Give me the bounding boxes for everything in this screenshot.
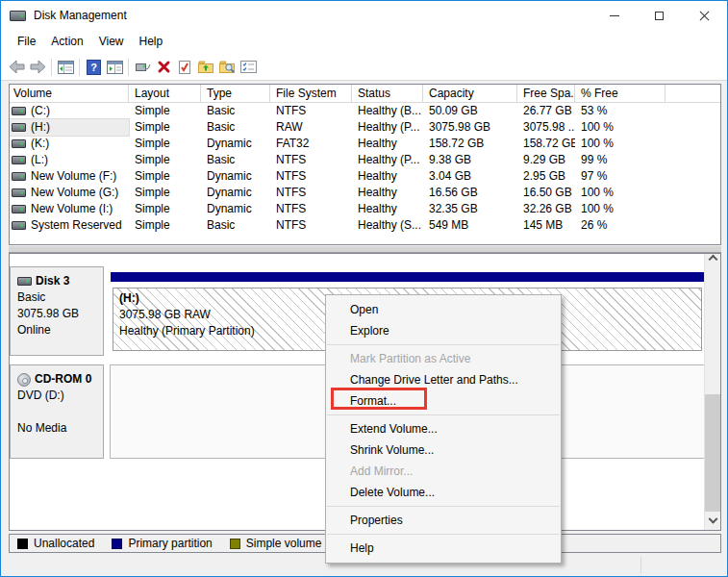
context-menu-item-properties[interactable]: Properties — [326, 510, 561, 531]
volume-type: Dynamic — [207, 169, 252, 183]
column-header-type[interactable]: Type — [201, 85, 270, 102]
volume-icon — [12, 188, 26, 197]
column-header-percent-free[interactable]: % Free — [575, 85, 665, 102]
menubar-item-help[interactable]: Help — [132, 30, 171, 54]
window-controls — [591, 1, 727, 30]
back-icon[interactable] — [6, 57, 27, 78]
delete-icon[interactable] — [153, 57, 174, 78]
column-header-volume[interactable]: Volume — [10, 85, 129, 102]
volume-percent-free: 100 % — [581, 120, 614, 134]
console-tree-icon[interactable] — [55, 57, 76, 78]
volume-status: Healthy — [358, 202, 397, 215]
volume-layout: Simple — [135, 202, 170, 215]
legend-item: Primary partition — [112, 537, 212, 550]
volume-name: New Volume (G:) — [31, 185, 118, 201]
volume-percent-free: 26 % — [581, 218, 607, 232]
volume-icon — [12, 221, 26, 230]
volume-free-space: 158.72 GB — [523, 137, 575, 150]
column-header-filler — [665, 85, 720, 102]
volume-filesystem: FAT32 — [276, 137, 309, 150]
volume-row[interactable]: New Volume (I:) Simple Dynamic NTFS Heal… — [10, 201, 720, 217]
disk3-status: Online — [17, 322, 103, 339]
check-document-icon[interactable] — [174, 57, 195, 78]
close-button[interactable] — [682, 1, 727, 30]
volume-row[interactable]: (C:) Simple Basic NTFS Healthy (B... 50.… — [10, 103, 720, 119]
volume-table-body: (C:) Simple Basic NTFS Healthy (B... 50.… — [10, 103, 720, 234]
volume-layout: Simple — [135, 104, 170, 117]
context-menu-item-explore[interactable]: Explore — [326, 320, 561, 341]
forward-icon[interactable] — [27, 57, 48, 78]
volume-list-pane: VolumeLayoutTypeFile SystemStatusCapacit… — [9, 84, 721, 245]
vertical-scrollbar[interactable] — [704, 254, 720, 530]
svg-text:?: ? — [90, 62, 97, 73]
scroll-up-button[interactable] — [705, 254, 720, 270]
volume-free-space: 145 MB — [523, 218, 563, 232]
menubar-item-action[interactable]: Action — [43, 30, 90, 54]
maximize-button[interactable] — [637, 1, 682, 30]
context-menu-item-open[interactable]: Open — [326, 299, 561, 320]
cdrom-drive: DVD (D:) — [17, 388, 103, 404]
volume-name: (K:) — [31, 136, 49, 152]
volume-free-space: 9.29 GB — [523, 153, 565, 166]
cd-icon — [17, 373, 31, 387]
column-header-layout[interactable]: Layout — [129, 85, 201, 102]
minimize-button[interactable] — [591, 1, 637, 30]
volume-layout: Simple — [135, 120, 170, 134]
scrollbar-thumb[interactable] — [705, 394, 720, 512]
toolbar: ? — [1, 54, 727, 81]
volume-capacity: 3.04 GB — [429, 169, 471, 183]
volume-name: (C:) — [31, 103, 50, 119]
volume-filesystem: NTFS — [276, 218, 306, 232]
menubar-item-file[interactable]: File — [10, 30, 43, 54]
legend-swatch — [112, 539, 122, 549]
folder-search-icon[interactable] — [216, 57, 238, 78]
volume-type: Basic — [207, 120, 235, 134]
column-header-free-space[interactable]: Free Spa... — [517, 85, 575, 102]
legend-label: Simple volume — [246, 537, 322, 550]
volume-row[interactable]: New Volume (G:) Simple Dynamic NTFS Heal… — [10, 185, 720, 201]
action-pane-icon[interactable] — [104, 57, 125, 78]
volume-filesystem: NTFS — [276, 169, 306, 183]
context-menu-item-delete-volume[interactable]: Delete Volume... — [326, 482, 561, 503]
column-header-file-system[interactable]: File System — [270, 85, 352, 102]
context-menu-item-help[interactable]: Help — [326, 538, 561, 559]
volume-status: Healthy (B... — [358, 104, 421, 117]
scroll-down-button[interactable] — [705, 514, 720, 530]
cdrom-label-panel[interactable]: CD-ROM 0 DVD (D:) No Media — [10, 364, 104, 459]
disk3-label-panel[interactable]: Disk 3 Basic 3075.98 GB Online — [10, 266, 104, 356]
volume-status: Healthy (P... — [358, 120, 419, 134]
properties-icon[interactable] — [238, 57, 259, 78]
volume-percent-free: 99 % — [581, 153, 607, 166]
titlebar: Disk Management — [1, 1, 727, 30]
volume-capacity: 3075.98 GB — [429, 120, 490, 134]
context-menu-separator — [327, 344, 560, 345]
context-menu-separator — [327, 534, 560, 535]
volume-filesystem: NTFS — [276, 186, 306, 199]
pane-splitter[interactable] — [9, 245, 721, 253]
menubar-item-view[interactable]: View — [91, 30, 132, 54]
volume-type: Dynamic — [207, 186, 252, 199]
help-icon[interactable]: ? — [83, 57, 104, 78]
volume-row[interactable]: (L:) Simple Basic NTFS Healthy (P... 9.3… — [10, 152, 720, 168]
volume-name: New Volume (F:) — [31, 168, 116, 185]
volume-percent-free: 100 % — [581, 202, 614, 215]
partition-context-menu: OpenExploreMark Partition as ActiveChang… — [325, 294, 562, 564]
chevron-down-icon — [708, 514, 717, 524]
context-menu-separator — [327, 506, 560, 507]
context-menu-item-shrink-volume[interactable]: Shrink Volume... — [326, 439, 561, 461]
folder-up-icon[interactable] — [195, 57, 216, 78]
computer-icon[interactable] — [132, 57, 153, 78]
partition-color-strip — [111, 272, 704, 282]
column-header-capacity[interactable]: Capacity — [423, 85, 517, 102]
volume-icon — [12, 139, 26, 148]
volume-row[interactable]: (H:) Simple Basic RAW Healthy (P... 3075… — [10, 119, 720, 136]
volume-row[interactable]: New Volume (F:) Simple Dynamic NTFS Heal… — [10, 168, 720, 185]
volume-layout: Simple — [135, 153, 170, 166]
chevron-up-icon — [708, 255, 717, 264]
context-menu-item-mark-partition-as-active: Mark Partition as Active — [326, 348, 561, 369]
volume-row[interactable]: System Reserved Simple Basic NTFS Health… — [10, 217, 720, 234]
volume-row[interactable]: (K:) Simple Dynamic FAT32 Healthy 158.72… — [10, 136, 720, 152]
volume-status: Healthy (S... — [358, 218, 421, 232]
context-menu-item-extend-volume[interactable]: Extend Volume... — [326, 418, 561, 439]
column-header-status[interactable]: Status — [352, 85, 423, 102]
